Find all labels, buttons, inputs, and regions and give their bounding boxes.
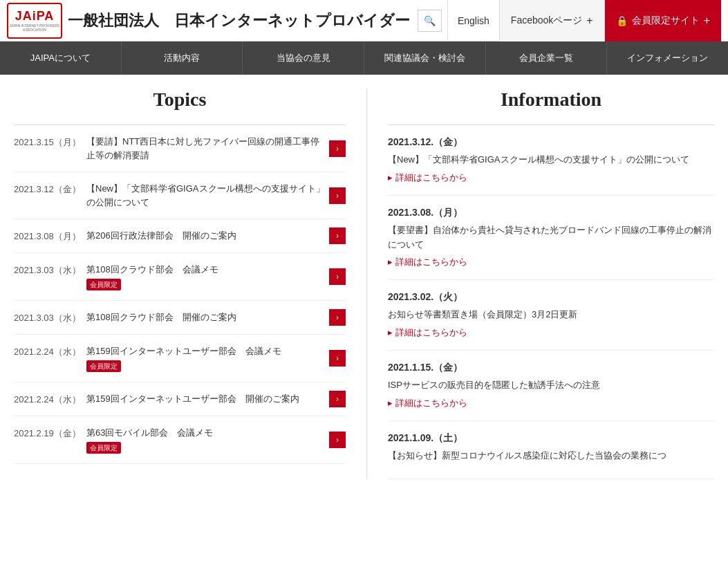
info-text: ISPサービスの販売目的を隠匿した勧誘手法への注意: [388, 378, 714, 393]
nav-item[interactable]: 活動内容: [122, 41, 243, 75]
header-right: 🔍 English Facebookページ + 🔒 会員限定サイト +: [410, 0, 721, 41]
info-date: 2021.3.08.（月）: [388, 207, 714, 219]
topic-arrow-icon[interactable]: ›: [329, 432, 346, 448]
topic-arrow-icon[interactable]: ›: [329, 391, 346, 407]
topic-date: 2021.3.12（金）: [14, 182, 86, 196]
facebook-label: Facebookページ: [511, 15, 582, 27]
topic-text: 第159回インターネットユーザー部会 会議メモ会員限定: [86, 344, 346, 372]
topic-date: 2021.2.24（水）: [14, 392, 86, 406]
table-row[interactable]: 2021.3.08（月）第206回行政法律部会 開催のご案内›: [14, 219, 346, 253]
search-box[interactable]: 🔍: [418, 10, 442, 32]
english-button[interactable]: English: [447, 0, 500, 41]
nav-item[interactable]: 関連協議会・検討会: [364, 41, 486, 75]
table-row[interactable]: 2021.2.24（水）第159回インターネットユーザー部会 開催のご案内›: [14, 382, 346, 416]
info-link[interactable]: 詳細はこちらから: [388, 326, 714, 339]
topic-text: 【New】「文部科学省GIGAスクール構想への支援サイト」の公開について: [86, 182, 346, 209]
topic-text: 第63回モバイル部会 会議メモ会員限定: [86, 426, 346, 454]
site-title: 一般社団法人 日本インターネットプロバイダー: [68, 10, 410, 31]
table-row[interactable]: 2021.2.24（水）第159回インターネットユーザー部会 会議メモ会員限定›: [14, 335, 346, 382]
info-text: 【要望書】自治体から貴社へ貸与された光ブロードバンド回線の工事停止の解消について: [388, 223, 714, 252]
lock-icon: 🔒: [616, 15, 628, 26]
table-row[interactable]: 2021.3.03（水）第108回クラウド部会 会議メモ会員限定›: [14, 253, 346, 301]
table-row[interactable]: 2021.3.03（水）第108回クラウド部会 開催のご案内›: [14, 301, 346, 335]
topic-arrow-icon[interactable]: ›: [329, 228, 346, 244]
topic-text: 第159回インターネットユーザー部会 開催のご案内: [86, 392, 346, 406]
member-label: 会員限定サイト: [632, 15, 700, 27]
info-text: 【お知らせ】新型コロナウイルス感染症に対応した当協会の業務につ: [388, 449, 714, 463]
info-link[interactable]: 詳細はこちらから: [388, 397, 714, 409]
topic-arrow-icon[interactable]: ›: [329, 309, 346, 326]
topic-date: 2021.2.24（水）: [14, 344, 86, 358]
logo-area: JAiPA JAPAN INTERNET PROVIDERS ASSOCIATI…: [7, 3, 410, 39]
nav-item[interactable]: 会員企業一覧: [486, 41, 608, 75]
info-date: 2021.3.02.（火）: [388, 291, 714, 304]
topic-arrow-icon[interactable]: ›: [329, 350, 346, 367]
topic-date: 2021.3.03（水）: [14, 311, 86, 324]
topic-text: 【要請】NTT西日本に対し光ファイバー回線の開通工事停止等の解消要請: [86, 135, 346, 162]
nav-item[interactable]: 当協会の意見: [243, 41, 364, 75]
topic-arrow-icon[interactable]: ›: [329, 268, 346, 285]
topic-date: 2021.3.08（月）: [14, 229, 86, 243]
information-title: Information: [388, 89, 714, 111]
info-link[interactable]: 詳細はこちらから: [388, 172, 714, 184]
topic-text: 第108回クラウド部会 会議メモ会員限定: [86, 263, 346, 290]
topic-arrow-icon[interactable]: ›: [329, 140, 346, 157]
info-link[interactable]: 詳細はこちらから: [388, 256, 714, 268]
topics-list: 2021.3.15（月）【要請】NTT西日本に対し光ファイバー回線の開通工事停止…: [14, 124, 346, 464]
main-nav: JAIPAについて活動内容当協会の意見関連協議会・検討会会員企業一覧インフォメー…: [0, 41, 728, 75]
logo: JAiPA JAPAN INTERNET PROVIDERS ASSOCIATI…: [7, 3, 62, 39]
table-row[interactable]: 2021.3.15（月）【要請】NTT西日本に対し光ファイバー回線の開通工事停止…: [14, 125, 346, 172]
info-date: 2021.1.09.（土）: [388, 432, 714, 445]
list-item: 2021.3.02.（火）お知らせ等書類置き場（会員限定）3月2日更新詳細はこち…: [388, 280, 714, 351]
column-divider: [366, 89, 367, 479]
list-item: 2021.3.12.（金）【New】「文部科学省GIGAスクール構想への支援サイ…: [388, 125, 714, 196]
info-text: お知らせ等書類置き場（会員限定）3月2日更新: [388, 308, 714, 322]
info-date: 2021.1.15.（金）: [388, 362, 714, 374]
info-list: 2021.3.12.（金）【New】「文部科学省GIGAスクール構想への支援サイ…: [388, 124, 714, 479]
member-badge: 会員限定: [86, 279, 121, 290]
topic-date: 2021.2.19（金）: [14, 426, 86, 440]
topics-title: Topics: [14, 89, 346, 111]
topic-date: 2021.3.15（月）: [14, 135, 86, 149]
member-plus-icon: +: [704, 15, 710, 27]
nav-item[interactable]: インフォメーション: [607, 41, 728, 75]
table-row[interactable]: 2021.2.19（金）第63回モバイル部会 会議メモ会員限定›: [14, 416, 346, 464]
topics-section: Topics 2021.3.15（月）【要請】NTT西日本に対し光ファイバー回線…: [0, 89, 360, 479]
member-badge: 会員限定: [86, 442, 121, 454]
topic-text: 第206回行政法律部会 開催のご案内: [86, 229, 346, 243]
info-text: 【New】「文部科学省GIGAスクール構想への支援サイト」の公開について: [388, 153, 714, 167]
topic-arrow-icon[interactable]: ›: [329, 187, 346, 204]
main-content: Topics 2021.3.15（月）【要請】NTT西日本に対し光ファイバー回線…: [0, 75, 728, 493]
facebook-plus-icon: +: [586, 15, 592, 27]
logo-text: JAiPA: [15, 9, 55, 24]
member-badge: 会員限定: [86, 360, 121, 372]
member-button[interactable]: 🔒 会員限定サイト +: [605, 0, 721, 41]
search-icon: 🔍: [424, 15, 436, 26]
list-item: 2021.3.08.（月）【要望書】自治体から貴社へ貸与された光ブロードバンド回…: [388, 196, 714, 281]
topic-text: 第108回クラウド部会 開催のご案内: [86, 311, 346, 324]
table-row[interactable]: 2021.3.12（金）【New】「文部科学省GIGAスクール構想への支援サイト…: [14, 172, 346, 219]
list-item: 2021.1.09.（土）【お知らせ】新型コロナウイルス感染症に対応した当協会の…: [388, 421, 714, 479]
logo-sub: JAPAN INTERNET PROVIDERS ASSOCIATION: [8, 24, 61, 32]
information-section: Information 2021.3.12.（金）【New】「文部科学省GIGA…: [374, 89, 728, 479]
facebook-button[interactable]: Facebookページ +: [500, 0, 605, 41]
list-item: 2021.1.15.（金）ISPサービスの販売目的を隠匿した勧誘手法への注意詳細…: [388, 351, 714, 421]
info-date: 2021.3.12.（金）: [388, 136, 714, 149]
header: JAiPA JAPAN INTERNET PROVIDERS ASSOCIATI…: [0, 0, 728, 41]
topic-date: 2021.3.03（水）: [14, 263, 86, 277]
nav-item[interactable]: JAIPAについて: [0, 41, 122, 75]
